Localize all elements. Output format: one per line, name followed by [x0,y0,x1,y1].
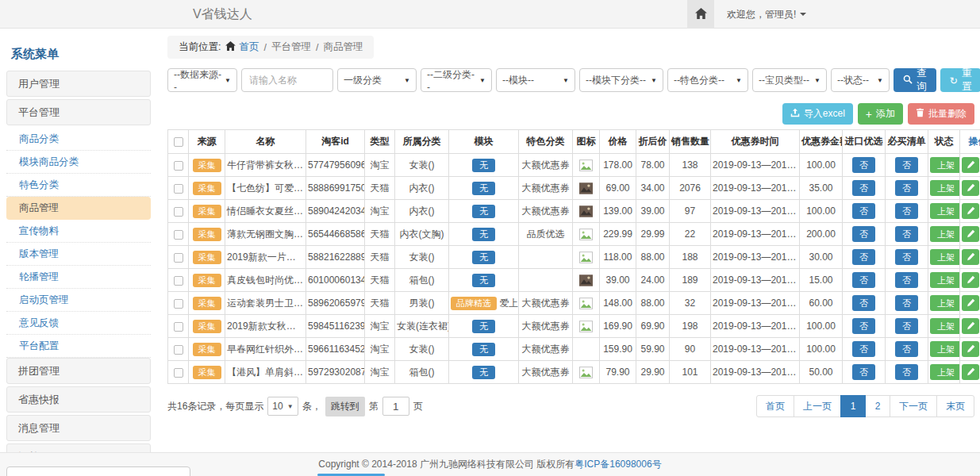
must-buy-toggle[interactable]: 否 [895,341,918,357]
must-buy-toggle[interactable]: 否 [895,180,918,196]
row-checkbox[interactable] [174,368,183,378]
sidebar-item-2[interactable]: 商品分类 [6,128,151,151]
status-button[interactable]: 上架 [930,180,960,196]
sidebar-item-5[interactable]: 商品管理 [6,197,151,220]
sidebar-item-7[interactable]: 版本管理 [6,243,151,266]
jump-button[interactable]: 跳转到 [325,397,365,416]
filter-select-5[interactable]: --模块下分类--▼ [579,68,663,92]
row-checkbox[interactable] [174,322,183,332]
import-select-toggle[interactable]: 否 [852,272,875,288]
bulk-delete-button[interactable]: 批量删除 [908,103,974,125]
must-buy-toggle[interactable]: 否 [895,295,918,311]
reset-button[interactable]: ↻ 重置 [940,68,980,92]
import-select-toggle[interactable]: 否 [852,180,875,196]
edit-button[interactable] [962,318,979,334]
edit-button[interactable] [962,341,979,357]
page-button-1[interactable]: 上一页 [794,395,841,417]
filter-select-0[interactable]: --数据来源--▼ [167,68,237,92]
import-select-toggle[interactable]: 否 [852,203,875,219]
row-checkbox[interactable] [174,184,183,194]
sidebar-item-10[interactable]: 意见反馈 [6,312,151,335]
must-buy-toggle[interactable]: 否 [895,272,918,288]
must-buy-toggle[interactable]: 否 [895,249,918,265]
sidebar-item-8[interactable]: 轮播管理 [6,266,151,289]
edit-button[interactable] [962,203,979,219]
sidebar-item-4[interactable]: 特色分类 [6,174,151,197]
import-select-toggle[interactable]: 否 [852,364,875,380]
breadcrumb-item[interactable]: 商品管理 [323,40,363,54]
must-buy-toggle[interactable]: 否 [895,318,918,334]
edit-button[interactable] [962,180,979,196]
row-checkbox[interactable] [174,345,183,355]
per-page-select[interactable]: 10▼ [267,397,298,416]
user-menu[interactable]: 欢迎您，管理员! [727,8,806,21]
sidebar-item-11[interactable]: 平台配置 [6,335,151,358]
sidebar-item-13[interactable]: 省惠快报 [6,386,151,413]
home-button[interactable] [687,0,714,29]
edit-button[interactable] [962,249,979,265]
import-select-toggle[interactable]: 否 [852,226,875,242]
add-button[interactable]: + 添加 [858,103,903,125]
table-row-3: 采集 薄款无钢圈文胸聚拢性... 565446685867 天猫 内衣(文胸) … [168,223,980,246]
breadcrumb-item[interactable]: 平台管理 [271,40,311,54]
price: 159.90 [600,338,636,361]
edit-button[interactable] [962,364,979,380]
import-excel-button[interactable]: 导入excel [782,103,853,125]
table-row-9: 采集 【港风】单肩斜跨链条... 597293020870 淘宝 箱包() 无 … [168,361,980,384]
filter-select-2[interactable]: 一级分类▼ [337,68,417,92]
status-button[interactable]: 上架 [930,364,960,380]
status-button[interactable]: 上架 [930,295,960,311]
filter-select-8[interactable]: --状态--▼ [831,68,890,92]
page-button-0[interactable]: 首页 [756,395,794,417]
must-buy-toggle[interactable]: 否 [895,203,918,219]
status-button[interactable]: 上架 [930,318,960,334]
sidebar-item-12[interactable]: 拼团管理 [6,358,151,384]
status-button[interactable]: 上架 [930,249,960,265]
row-checkbox[interactable] [174,276,183,286]
row-checkbox[interactable] [174,253,183,263]
page-button-2[interactable]: 1 [840,395,866,417]
select-all-checkbox[interactable] [174,137,183,147]
sidebar-item-14[interactable]: 消息管理 [6,415,151,441]
edit-button[interactable] [962,295,979,311]
page-button-3[interactable]: 2 [865,395,890,417]
must-buy-toggle[interactable]: 否 [895,226,918,242]
status-button[interactable]: 上架 [930,157,960,173]
import-select-toggle[interactable]: 否 [852,295,875,311]
edit-button[interactable] [962,272,979,288]
page-number-input[interactable] [382,397,409,416]
filter-select-7[interactable]: --宝贝类型--▼ [752,68,827,92]
page-button-5[interactable]: 末页 [936,395,974,417]
status-button[interactable]: 上架 [930,203,960,219]
sidebar-item-3[interactable]: 模块商品分类 [6,151,151,174]
edit-icon [967,183,975,194]
filter-select-4[interactable]: --模块--▼ [496,68,575,92]
import-select-toggle[interactable]: 否 [852,249,875,265]
page-button-4[interactable]: 下一页 [890,395,937,417]
import-select-toggle[interactable]: 否 [852,318,875,334]
edit-button[interactable] [962,157,979,173]
sidebar-item-9[interactable]: 启动页管理 [6,289,151,312]
search-button[interactable]: 查询 [894,68,936,92]
must-buy-toggle[interactable]: 否 [895,157,918,173]
icp-link[interactable]: 粤ICP备16098006号 [575,458,661,471]
status-button[interactable]: 上架 [930,341,960,357]
import-select-toggle[interactable]: 否 [852,157,875,173]
sidebar-item-6[interactable]: 宣传物料 [6,220,151,243]
import-select-toggle[interactable]: 否 [852,341,875,357]
filter-select-6[interactable]: --特色分类--▼ [667,68,748,92]
sidebar-item-1[interactable]: 平台管理 [6,99,151,125]
row-checkbox[interactable] [174,207,183,217]
edit-button[interactable] [962,226,979,242]
row-checkbox[interactable] [174,230,183,240]
name-search-input[interactable] [241,68,333,92]
row-checkbox[interactable] [174,299,183,309]
row-checkbox[interactable] [174,161,183,171]
breadcrumb-home-link[interactable]: 首页 [239,40,259,54]
filter-select-3[interactable]: --二级分类--▼ [421,68,492,92]
status-button[interactable]: 上架 [930,226,960,242]
sidebar-item-0[interactable]: 用户管理 [6,71,151,97]
status-button[interactable]: 上架 [930,272,960,288]
must-buy-toggle[interactable]: 否 [895,364,918,380]
taoke-id: 588869917501 [306,177,365,200]
